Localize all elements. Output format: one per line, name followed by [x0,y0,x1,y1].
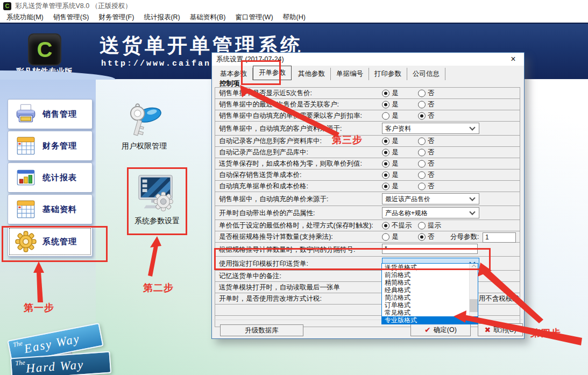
menu-item[interactable]: 基础资料(B) [187,12,232,23]
radio-selected-icon[interactable] [418,112,426,119]
radio-selected-icon[interactable] [382,222,389,229]
radio-option[interactable]: 否 [418,137,435,146]
tab-开单参数[interactable]: 开单参数 [253,66,292,80]
radio-unselected-icon[interactable] [418,182,426,190]
dialog-title-bar[interactable]: 系统设置 (2017-07-24) × [212,53,524,66]
radio-selected-icon[interactable] [382,171,389,179]
radio-option[interactable]: 是 [382,137,399,146]
menu-item[interactable]: 财务管理(F) [95,12,140,23]
shortcut-user-permissions-label[interactable]: 用户权限管理 [109,141,179,151]
radio-option[interactable]: 是 [382,89,399,98]
close-icon[interactable]: × [505,53,522,65]
dropdown-item[interactable]: 订单格式 [382,301,478,309]
radio-option[interactable]: 否 [418,100,435,109]
data-table-icon [15,198,37,221]
combo-box[interactable]: 最近该产品售价 [382,193,479,204]
setting-label: 销售单据中是否显示近5次售价: [219,89,312,98]
radio-option[interactable]: 是 [382,232,399,242]
dropdown-item[interactable]: 经典格式 [382,286,478,294]
menu-item[interactable]: 销售管理(S) [50,12,96,23]
radio-unselected-icon[interactable] [418,101,426,108]
sidebar-item-system[interactable]: 系统管理 [8,227,93,257]
radio-unselected-icon[interactable] [418,171,426,179]
radio-selected-icon[interactable] [418,233,426,240]
dropdown-scrollbar[interactable] [469,264,478,316]
radio-label: 是 [392,148,399,157]
radio-option[interactable]: 是 [382,159,399,168]
radio-label: 是 [392,159,399,168]
radio-option[interactable]: 是 [382,182,399,191]
radio-unselected-icon[interactable] [418,137,426,145]
cancel-button[interactable]: ✖ 取消(C) [478,323,523,336]
radio-option[interactable]: 提示 [418,221,441,230]
radio-option[interactable]: 不提示 [382,221,412,230]
radio-unselected-icon[interactable] [418,148,426,156]
sidebar-item-basic-data[interactable]: 基础资料 [8,194,93,224]
setting-label: 自动填充单据单价和成本价格: [219,182,308,191]
radio-selected-icon[interactable] [382,101,389,108]
text-input[interactable]: * [382,244,478,254]
tab-其他参数[interactable]: 其他参数 [293,68,331,80]
tab-公司信息[interactable]: 公司信息 [407,68,445,80]
settings-row: 开单时自动带出单价的产品属性:产品名称+规格 [215,206,520,220]
radio-selected-icon[interactable] [382,148,389,156]
combo-box[interactable]: 产品名称+规格 [382,207,479,218]
radio-selected-icon[interactable] [382,89,389,97]
key-icon[interactable] [124,101,165,140]
menu-item[interactable]: 统计报表(R) [140,12,186,23]
dropdown-item[interactable]: 专业版格式 [382,316,478,324]
upgrade-database-button[interactable]: 升级数据库 [220,324,303,336]
radio-option[interactable]: 是 [382,100,399,109]
monitor-gear-icon[interactable] [136,172,178,214]
radio-selected-icon[interactable] [382,182,389,190]
settings-row: 销售单据中的最近5次售价是否关联客户:是否 [215,99,520,110]
radio-option[interactable]: 否 [418,148,435,157]
radio-option[interactable]: 否 [418,171,435,180]
tab-打印参数[interactable]: 打印参数 [369,68,407,80]
radio-unselected-icon[interactable] [382,233,389,240]
radio-option[interactable]: 否 [418,159,435,168]
radio-option[interactable]: 否 [418,232,435,242]
settings-row: 销售单据中是否显示近5次售价:是否 [215,88,520,99]
menu-item[interactable]: 窗口管理(W) [232,12,279,23]
denominator-label: 分母参数: [450,232,479,242]
radio-unselected-icon[interactable] [418,222,426,229]
scroll-up-icon[interactable] [472,265,476,269]
dropdown-item[interactable]: 送货单格式 [382,264,478,271]
radio-selected-icon[interactable] [382,160,389,167]
dropdown-item[interactable]: 前沿格式 [382,271,478,279]
sidebar-item-sales[interactable]: 销售管理 [8,99,93,129]
radio-unselected-icon[interactable] [382,112,389,119]
settings-row: 根据规格推导计算数量时，数字间的分隔符号:* [215,243,520,257]
radio-option[interactable]: 否 [418,111,435,121]
tab-基本参数[interactable]: 基本参数 [215,68,253,80]
shortcut-system-params-label[interactable]: 系统参数设置 [122,216,192,226]
settings-row: 自动记录客户信息到客户资料库中:是否 [215,136,520,147]
radio-option[interactable]: 否 [418,89,435,98]
row-right-text: 用不含税模式 [479,294,519,303]
step3-label: 第三步 [332,133,363,146]
setting-label: 单价低于设定的最低价格时，处理方式(保存时触发): [219,221,373,230]
dropdown-item[interactable]: 简洁格式 [382,294,478,301]
radio-unselected-icon[interactable] [418,160,426,167]
sidebar-item-reports[interactable]: 统计报表 [8,162,93,193]
radio-option[interactable]: 是 [382,148,399,157]
dropdown-item[interactable]: 常见格式 [382,309,478,316]
combo-box[interactable]: 客户资料 [382,123,479,134]
radio-selected-icon[interactable] [382,137,389,145]
radio-unselected-icon[interactable] [418,89,426,97]
tab-单据编号[interactable]: 单据编号 [331,68,369,80]
radio-option[interactable]: 是 [382,171,399,180]
radio-option[interactable]: 是 [382,111,399,121]
denominator-input[interactable]: 1 [483,232,516,243]
radio-label: 否 [428,111,435,121]
sidebar-item-finance[interactable]: 财务管理 [8,131,93,161]
radio-option[interactable]: 否 [418,182,435,191]
ok-button[interactable]: ✔ 确定(O) [410,323,471,336]
menu-item[interactable]: 帮助(H) [280,12,312,23]
menu-item[interactable]: 系统功能(M) [3,12,50,23]
scroll-thumb[interactable] [470,299,478,312]
setting-label: 销售单据中自动填充的单价需要乘以客户折扣率: [219,111,362,121]
sidebar-item-label: 基础资料 [42,204,77,215]
dropdown-item[interactable]: 精简格式 [382,279,478,286]
